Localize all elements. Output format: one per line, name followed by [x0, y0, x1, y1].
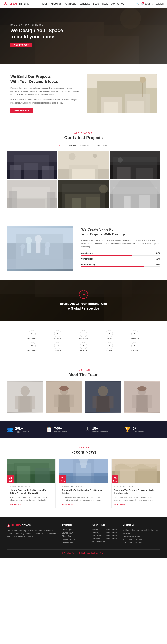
news-title-1: Historic Courtyards And Gardens For Sell… [9, 489, 53, 495]
search-icon[interactable]: 🔍 [136, 2, 139, 5]
svg-rect-22 [42, 166, 54, 179]
partners-wrapper: ⬡ HIPSTERS ◈ DIAMOND ⬡ BUSINESS ⊗ CIRCLE… [0, 325, 167, 357]
footer-product-5[interactable]: Windsor Chair [62, 542, 87, 544]
partners-grid-row2: ◉ HIPSTERS ⬡ BADGE ⬟ SHIELD ◈ GOLD ◆ CRO… [21, 342, 146, 352]
team-card-4 [124, 381, 160, 412]
footer-hours-title: Open Hours [92, 524, 117, 526]
value-heading: We Create Value ForYour Objects With Des… [81, 227, 160, 237]
svg-rect-64 [27, 244, 31, 253]
news-body-2: ✎ Inland 💬 2 Comments The World's Talles… [59, 483, 108, 508]
footer-contact-info: 58 Cherry Hill Avenue Niagara Falls Cali… [123, 528, 160, 544]
footer-phone1[interactable]: +1 800 1800 -1234-1248 [123, 538, 160, 541]
awards-icon: 🏆 [124, 427, 131, 432]
latest-projects-title: Our Latest Projects [7, 135, 160, 140]
nav-contact[interactable]: CONTACT US [111, 3, 124, 5]
footer-product-4[interactable]: Occasional Chair [62, 538, 87, 540]
partners-grid-row1: ⬡ HIPSTERS ◈ DIAMOND ⬡ BUSINESS ⊗ CIRCLE… [21, 330, 146, 340]
news-section: OUR BLOG Recent News 23 Jul [0, 438, 167, 517]
nav-blog[interactable]: BLOG [93, 3, 99, 5]
projects-intro-image [87, 74, 157, 113]
skill-architecture-label: Architecture 64% [81, 252, 160, 254]
login-link[interactable]: LOGIN [145, 3, 151, 5]
skill-architecture: Architecture 64% [81, 252, 160, 256]
footer-phone2[interactable]: +1 800 1800 -1248-1248 [123, 541, 160, 544]
project-cell-5[interactable] [58, 180, 109, 208]
svg-point-78 [20, 386, 30, 396]
video-section: Break Out Of Your Routine WithA Global P… [0, 280, 167, 322]
news-body-3: ✎ Inland 💬 3 Comments Capturing The Esse… [112, 483, 160, 508]
news-author-2: ✎ Inland [62, 486, 69, 488]
filter-architecture[interactable]: Architecture [64, 144, 78, 147]
nav-page[interactable]: PAGE [102, 3, 108, 5]
nav-portfolio[interactable]: PORTFOLIO [65, 3, 77, 5]
nav-logo[interactable]: INLAND DESIGN [3, 2, 29, 6]
team-card-2 [46, 381, 82, 412]
news-read-more-3[interactable]: READ MORE › [114, 503, 158, 505]
partner-10-name: CROWN [131, 350, 138, 352]
news-date-2: 23 Aug [59, 476, 66, 483]
cart-badge: 0 [142, 2, 144, 4]
svg-rect-86 [69, 394, 74, 407]
hero-cta-button[interactable]: VIEW PROJECT [10, 43, 32, 48]
projects-intro-para2: Duis aute irure dolor in reprehenderit i… [10, 98, 80, 104]
news-excerpt-2: Sed ut perspiciatis unde omnis iste natu… [62, 496, 105, 502]
svg-rect-119 [8, 525, 9, 526]
news-read-more-2[interactable]: READ MORE › [62, 503, 105, 505]
news-meta-2: ✎ Inland 💬 2 Comments [62, 486, 105, 488]
filter-construction[interactable]: Construction [78, 144, 93, 147]
filter-interior[interactable]: Interior Design [93, 144, 110, 147]
project-image-2 [58, 151, 109, 179]
svg-rect-1 [5, 4, 6, 5]
news-body-1: ✎ Inland 💬 4 Comments Historic Courtyard… [7, 483, 55, 508]
nav-services[interactable]: SERVICES [80, 3, 90, 5]
svg-point-26 [69, 153, 76, 160]
project-cell-4[interactable] [7, 180, 57, 208]
svg-rect-103 [17, 466, 31, 483]
footer-about-text: Contact/Mail: Addressing 441 Sed Do Eius… [7, 529, 57, 538]
footer-product-1[interactable]: Ceiling Light [62, 528, 87, 530]
news-meta-1: ✎ Inland 💬 4 Comments [9, 486, 53, 488]
projects-intro-text: We Build Our ProjectsWith Your Dreams & … [10, 74, 80, 113]
projects-intro-btn[interactable]: VIEW PROJECT [10, 108, 33, 113]
footer-product-3[interactable]: Dining Chair [62, 535, 87, 537]
footer-hours-mon: Monday08:00 To 18:00 [92, 528, 117, 530]
partner-9-name: GOLD [107, 350, 112, 352]
news-grid: 23 Jul ✎ Inland 💬 4 Comments Historic Co… [7, 459, 160, 508]
svg-point-63 [26, 237, 32, 244]
main-nav: INLAND DESIGN HOME ABOUT US PORTFOLIO SE… [0, 0, 167, 8]
svg-point-65 [35, 235, 42, 242]
footer-hours-thu: Thursday09:00 To 18:00 [92, 538, 117, 540]
news-title: Recent News [7, 450, 160, 454]
nav-home[interactable]: HOME [42, 3, 48, 5]
footer-email[interactable]: inlanddesign@example.com [123, 535, 160, 538]
news-author-1: ✎ Inland [9, 486, 16, 488]
footer-contact-title: Contact Us [123, 524, 160, 526]
news-image-3: 23 Sep [112, 459, 160, 483]
footer-address: 58 Cherry Hill Avenue Niagara Falls Cali… [123, 528, 160, 535]
partner-7-icon: ⬡ [54, 342, 61, 349]
partner-5-icon: ◆ [131, 330, 138, 337]
nav-actions: 🔍 🛒0 LOGIN / REGISTER [136, 2, 164, 5]
filter-all[interactable]: All [57, 144, 64, 147]
project-cell-3[interactable] [110, 151, 160, 179]
stat-awards-number: 5+ [133, 426, 144, 430]
projects-icon: 📋 [46, 427, 52, 432]
svg-rect-20 [10, 165, 21, 179]
skill-interior-track [81, 266, 160, 267]
cart-icon[interactable]: 🛒0 [141, 2, 143, 5]
project-cell-2[interactable] [58, 151, 109, 179]
svg-rect-71 [7, 259, 73, 268]
partner-5-name: PREMIER [131, 338, 139, 340]
value-content: We Create Value ForYour Objects With Des… [73, 227, 160, 269]
stat-awards-info: 5+ Award Winner [133, 426, 144, 433]
video-play-button[interactable] [79, 290, 88, 299]
news-read-more-1[interactable]: READ MORE › [9, 503, 53, 505]
nav-about[interactable]: ABOUT US [51, 3, 61, 5]
register-link[interactable]: REGISTER [155, 3, 164, 5]
project-cell-1[interactable] [7, 151, 57, 179]
partner-3: ⬡ BUSINESS [79, 330, 88, 340]
partner-10: ◆ CROWN [131, 342, 138, 352]
project-cell-6[interactable] [110, 180, 160, 208]
footer-product-2[interactable]: Lounge Chair [62, 532, 87, 534]
partner-8: ⬟ SHIELD [80, 342, 87, 352]
